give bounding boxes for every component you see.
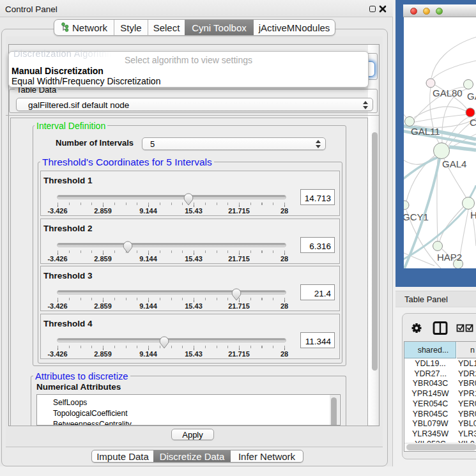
svg-text:C: C: [470, 117, 476, 128]
svg-text:HAP2: HAP2: [437, 252, 462, 263]
svg-text:GAL80: GAL80: [433, 88, 463, 98]
svg-text:GA: GA: [467, 91, 476, 102]
svg-text:GAL11: GAL11: [411, 126, 440, 137]
svg-text:GCY1: GCY1: [404, 211, 429, 222]
svg-text:GAL4: GAL4: [442, 158, 466, 169]
svg-text:H: H: [470, 210, 476, 220]
